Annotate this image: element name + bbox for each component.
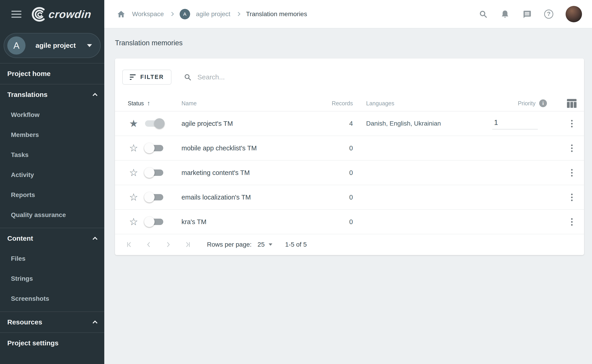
topbar: crowdin Workspace A agile project Transl…: [0, 0, 592, 28]
rows-per-page-value: 25: [258, 241, 265, 248]
status-cell: ☆: [128, 143, 171, 153]
sidebar-section-header-content[interactable]: Content: [0, 228, 104, 249]
row-actions: [565, 192, 579, 203]
search-icon[interactable]: [478, 9, 488, 19]
project-selector-name: agile project: [35, 42, 87, 49]
sidebar-section-translations: Translations Workflow Members Tasks Acti…: [0, 84, 104, 228]
chevron-down-icon: [269, 243, 272, 246]
next-page-icon[interactable]: [163, 240, 173, 250]
project-avatar: A: [7, 36, 26, 55]
sidebar-item-workflow[interactable]: Workflow: [0, 105, 104, 125]
messages-icon[interactable]: [522, 9, 532, 19]
tm-records: 0: [328, 169, 353, 176]
breadcrumb-project-avatar[interactable]: A: [180, 9, 190, 19]
topbar-brand-area: crowdin: [0, 0, 104, 28]
row-actions: [565, 216, 579, 228]
sidebar-item-strings[interactable]: Strings: [0, 269, 104, 289]
sidebar-section-content: Content Files Strings Screenshots: [0, 228, 104, 312]
sidebar-item-project-home[interactable]: Project home: [0, 64, 104, 84]
table-header: Status ↑ Name Records Languages Priority…: [115, 96, 584, 111]
tm-name[interactable]: kra's TM: [171, 218, 328, 226]
status-toggle[interactable]: [145, 219, 163, 225]
table-pagination: Rows per page: 25 1-5 of 5: [115, 234, 584, 255]
sidebar-item-quality-assurance[interactable]: Quality assurance: [0, 205, 104, 225]
column-header-priority[interactable]: Priority i: [492, 99, 547, 107]
more-options-icon[interactable]: [569, 167, 574, 178]
chevron-up-icon: [93, 93, 97, 98]
tm-records: 0: [328, 218, 353, 226]
favorite-star-icon[interactable]: ☆: [129, 143, 141, 153]
notifications-bell-icon[interactable]: [500, 9, 510, 19]
sidebar: A agile project Project home Translation…: [0, 28, 104, 364]
column-header-status[interactable]: Status ↑: [128, 100, 171, 107]
favorite-star-icon[interactable]: ☆: [129, 217, 141, 227]
column-header-languages[interactable]: Languages: [366, 100, 492, 107]
search-input[interactable]: [197, 73, 575, 81]
project-selector[interactable]: A agile project: [4, 33, 101, 58]
sidebar-item-reports[interactable]: Reports: [0, 185, 104, 205]
rows-per-page-label: Rows per page:: [207, 241, 252, 248]
breadcrumb-project[interactable]: agile project: [196, 10, 230, 18]
status-toggle[interactable]: [145, 194, 163, 201]
tm-name[interactable]: agile project's TM: [171, 120, 328, 127]
table-row: ☆ marketing content's TM 0: [115, 161, 584, 185]
row-actions: [565, 143, 579, 154]
last-page-icon[interactable]: [183, 240, 193, 250]
filter-icon: [130, 74, 136, 80]
column-header-name[interactable]: Name: [171, 100, 328, 107]
sidebar-item-members[interactable]: Members: [0, 125, 104, 145]
search-bar: [183, 73, 575, 81]
sidebar-section-header-translations[interactable]: Translations: [0, 84, 104, 105]
tm-name[interactable]: marketing content's TM: [171, 169, 328, 176]
favorite-star-icon[interactable]: ☆: [129, 168, 141, 178]
status-cell: ☆: [128, 192, 171, 202]
info-icon[interactable]: i: [539, 99, 547, 107]
chevron-right-icon: [170, 12, 174, 16]
sidebar-item-tasks[interactable]: Tasks: [0, 145, 104, 165]
home-icon[interactable]: [116, 9, 126, 19]
crowdin-logo[interactable]: crowdin: [30, 7, 91, 22]
sidebar-item-project-settings[interactable]: Project settings: [0, 333, 104, 353]
chevron-right-icon: [236, 12, 240, 16]
status-toggle[interactable]: [145, 145, 163, 151]
sidebar-item-files[interactable]: Files: [0, 249, 104, 269]
sidebar-section-header-resources[interactable]: Resources: [0, 312, 104, 332]
columns-settings-icon[interactable]: [567, 99, 577, 108]
chevron-up-icon: [93, 237, 97, 241]
tm-records: 0: [328, 194, 353, 201]
topbar-main: Workspace A agile project Translation me…: [104, 0, 592, 28]
more-options-icon[interactable]: [569, 118, 574, 129]
pagination-range: 1-5 of 5: [285, 241, 307, 248]
table-row: ☆ mobile app checklist's TM 0: [115, 136, 584, 161]
help-icon[interactable]: ?: [544, 9, 554, 19]
favorite-star-icon[interactable]: ★: [129, 118, 141, 129]
sidebar-item-activity[interactable]: Activity: [0, 165, 104, 185]
rows-per-page-select[interactable]: 25: [258, 241, 272, 248]
column-header-records[interactable]: Records: [328, 100, 353, 107]
priority-input[interactable]: [492, 118, 538, 130]
topbar-actions: ?: [478, 6, 582, 22]
previous-page-icon[interactable]: [144, 240, 154, 250]
filter-button[interactable]: FILTER: [122, 70, 172, 85]
tm-name[interactable]: mobile app checklist's TM: [171, 144, 328, 152]
search-icon: [183, 73, 192, 81]
tm-records: 4: [328, 120, 353, 127]
tm-name[interactable]: emails localization's TM: [171, 194, 328, 201]
menu-icon[interactable]: [11, 11, 21, 18]
sidebar-item-screenshots[interactable]: Screenshots: [0, 289, 104, 309]
crowdin-logo-text: crowdin: [48, 8, 92, 20]
status-toggle[interactable]: [145, 120, 163, 127]
user-avatar[interactable]: [565, 6, 582, 22]
status-cell: ☆: [128, 168, 171, 178]
status-toggle[interactable]: [145, 169, 163, 176]
more-options-icon[interactable]: [569, 143, 574, 154]
first-page-icon[interactable]: [124, 240, 134, 250]
priority-cell: [492, 118, 547, 130]
status-cell: ☆: [128, 217, 171, 227]
more-options-icon[interactable]: [569, 216, 574, 228]
tm-languages: Danish, English, Ukrainian: [366, 120, 492, 127]
more-options-icon[interactable]: [569, 192, 574, 203]
favorite-star-icon[interactable]: ☆: [129, 192, 141, 202]
breadcrumb-workspace[interactable]: Workspace: [132, 10, 164, 18]
row-actions: [565, 118, 579, 129]
